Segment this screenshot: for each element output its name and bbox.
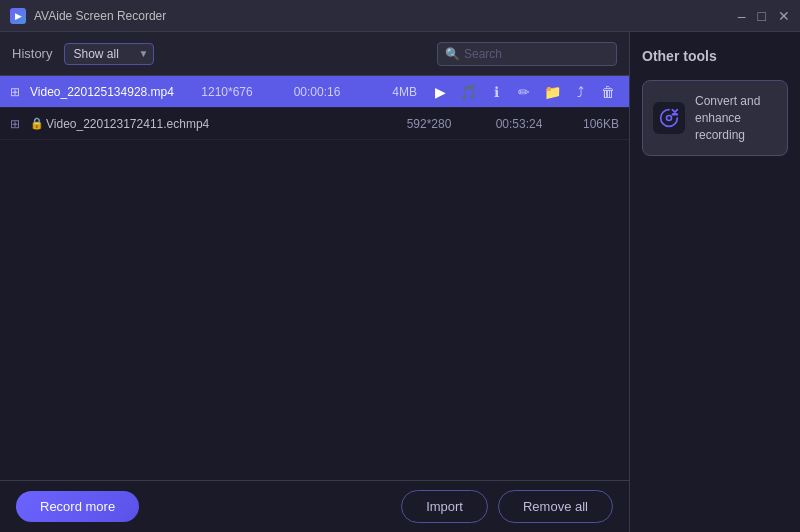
- window-controls: – □ ✕: [738, 9, 790, 23]
- remove-all-button[interactable]: Remove all: [498, 490, 613, 523]
- file-resolution: 1210*676: [192, 85, 262, 99]
- close-button[interactable]: ✕: [778, 9, 790, 23]
- main-layout: History Show all Video Audio ▼ 🔍 ⊞ Video…: [0, 32, 800, 532]
- file-size: 4MB: [372, 85, 417, 99]
- file-type-icon: ⊞: [10, 117, 30, 131]
- table-row[interactable]: ⊞ Video_220125134928.mp4 1210*676 00:00:…: [0, 76, 629, 108]
- bottom-right-buttons: Import Remove all: [401, 490, 613, 523]
- file-meta: 592*280 00:53:24 106KB: [394, 117, 619, 131]
- file-type-icon: ⊞: [10, 85, 30, 99]
- other-tools-heading: Other tools: [642, 48, 788, 64]
- file-size: 106KB: [574, 117, 619, 131]
- file-duration: 00:53:24: [484, 117, 554, 131]
- edit-button[interactable]: ✏: [513, 81, 535, 103]
- svg-point-0: [667, 116, 672, 121]
- file-name: Video_220125134928.mp4: [30, 85, 184, 99]
- import-button[interactable]: Import: [401, 490, 488, 523]
- waveform-button[interactable]: 🎵: [457, 81, 479, 103]
- history-label: History: [12, 46, 52, 61]
- filter-wrapper: Show all Video Audio ▼: [64, 43, 154, 65]
- play-button[interactable]: ▶: [429, 81, 451, 103]
- delete-button[interactable]: 🗑: [597, 81, 619, 103]
- title-bar: ▶ AVAide Screen Recorder – □ ✕: [0, 0, 800, 32]
- info-button[interactable]: ℹ: [485, 81, 507, 103]
- minimize-button[interactable]: –: [738, 9, 746, 23]
- file-resolution: 592*280: [394, 117, 464, 131]
- left-panel: History Show all Video Audio ▼ 🔍 ⊞ Video…: [0, 32, 630, 532]
- file-meta: 1210*676 00:00:16 4MB: [192, 85, 417, 99]
- toolbar: History Show all Video Audio ▼ 🔍: [0, 32, 629, 76]
- filter-dropdown[interactable]: Show all Video Audio: [64, 43, 154, 65]
- record-more-button[interactable]: Record more: [16, 491, 139, 522]
- convert-enhance-label: Convert and enhance recording: [695, 93, 777, 143]
- app-icon: ▶: [10, 8, 26, 24]
- maximize-button[interactable]: □: [758, 9, 766, 23]
- title-text: AVAide Screen Recorder: [34, 9, 166, 23]
- lock-icon: 🔒: [30, 117, 44, 130]
- file-actions: ▶ 🎵 ℹ ✏ 📁 ⤴ 🗑: [429, 81, 619, 103]
- folder-button[interactable]: 📁: [541, 81, 563, 103]
- search-icon: 🔍: [445, 47, 460, 61]
- search-input[interactable]: [437, 42, 617, 66]
- convert-enhance-icon: [653, 102, 685, 134]
- file-name: Video_220123172411.echmp4: [46, 117, 386, 131]
- right-panel: Other tools Convert and enhance recordin…: [630, 32, 800, 532]
- file-duration: 00:00:16: [282, 85, 352, 99]
- bottom-bar: Record more Import Remove all: [0, 480, 629, 532]
- share-button[interactable]: ⤴: [569, 81, 591, 103]
- title-bar-left: ▶ AVAide Screen Recorder: [10, 8, 166, 24]
- search-wrapper: 🔍: [437, 42, 617, 66]
- file-list: ⊞ Video_220125134928.mp4 1210*676 00:00:…: [0, 76, 629, 480]
- table-row[interactable]: ⊞ 🔒 Video_220123172411.echmp4 592*280 00…: [0, 108, 629, 140]
- convert-enhance-card[interactable]: Convert and enhance recording: [642, 80, 788, 156]
